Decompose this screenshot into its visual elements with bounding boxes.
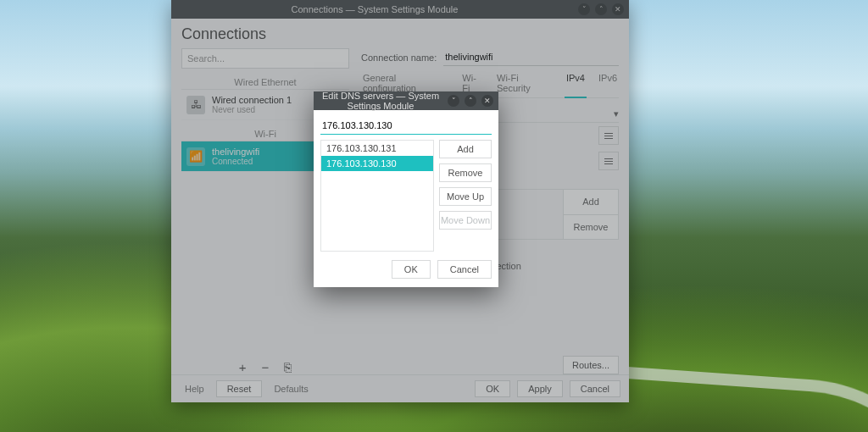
help-button[interactable]: Help [180,381,209,396]
address-remove-button[interactable]: Remove [564,215,618,240]
edit-dns-dialog: Edit DNS servers — System Settings Modul… [314,91,498,287]
reset-button[interactable]: Reset [216,380,263,397]
connection-status: Connected [212,157,259,166]
dns-server-list[interactable]: 176.103.130.131 176.103.130.130 [320,140,434,252]
dialog-maximize-button[interactable]: ˄ [465,95,476,107]
connection-status: Never used [212,105,292,114]
connection-name: Wired connection 1 [212,95,292,105]
section-header-wired: Wired Ethernet [181,72,349,90]
routes-button[interactable]: Routes... [563,356,619,374]
ethernet-icon: 🖧 [186,96,205,114]
dns-remove-button[interactable]: Remove [439,163,492,182]
search-input[interactable]: Search... [181,48,349,69]
window-close-button[interactable]: ✕ [612,3,624,15]
dropdown-icon[interactable]: ▾ [614,108,619,119]
ok-button[interactable]: OK [475,380,510,397]
dns-list-item[interactable]: 176.103.130.131 [321,141,433,156]
dialog-ok-button[interactable]: OK [392,260,431,279]
address-add-button[interactable]: Add [564,190,618,215]
apply-button[interactable]: Apply [517,380,563,397]
tab-wifi-security[interactable]: Wi-Fi Security [495,71,554,95]
dialog-close-button[interactable]: ✕ [481,95,493,107]
edit-dns-button[interactable] [598,126,619,145]
tab-ipv4[interactable]: IPv4 [565,71,587,98]
window-footer: Help Reset Defaults OK Apply Cancel [171,374,629,402]
dns-move-down-button[interactable]: Move Down [439,211,492,230]
dns-add-button[interactable]: Add [439,140,492,158]
add-connection-button[interactable]: + [239,360,247,374]
defaults-button[interactable]: Defaults [269,381,313,396]
window-minimize-button[interactable]: ˅ [578,3,590,15]
dialog-minimize-button[interactable]: ˅ [448,95,459,107]
connection-name-label: Connection name: [361,53,437,63]
window-maximize-button[interactable]: ˄ [595,3,607,15]
page-title: Connections [181,25,619,43]
dns-entry-field[interactable] [320,117,492,135]
wifi-icon: 📶 [186,147,205,166]
remove-connection-button[interactable]: − [262,360,270,374]
connection-name: thelivingwifi [212,147,259,157]
window-title: Connections — System Settings Module [171,4,578,14]
tab-ipv6[interactable]: IPv6 [597,71,619,95]
connection-name-field[interactable] [443,48,619,66]
dns-move-up-button[interactable]: Move Up [439,187,492,206]
connections-toolbar: + − ⎘ [181,353,349,374]
cancel-button[interactable]: Cancel [570,380,620,397]
dialog-titlebar: Edit DNS servers — System Settings Modul… [314,91,498,110]
window-titlebar: Connections — System Settings Module ˅ ˄… [171,0,629,19]
dns-list-item[interactable]: 176.103.130.130 [321,156,433,171]
export-connection-button[interactable]: ⎘ [284,360,292,374]
edit-dns-search-button[interactable] [598,152,619,170]
dialog-title: Edit DNS servers — System Settings Modul… [314,91,448,111]
dialog-cancel-button[interactable]: Cancel [437,260,492,279]
